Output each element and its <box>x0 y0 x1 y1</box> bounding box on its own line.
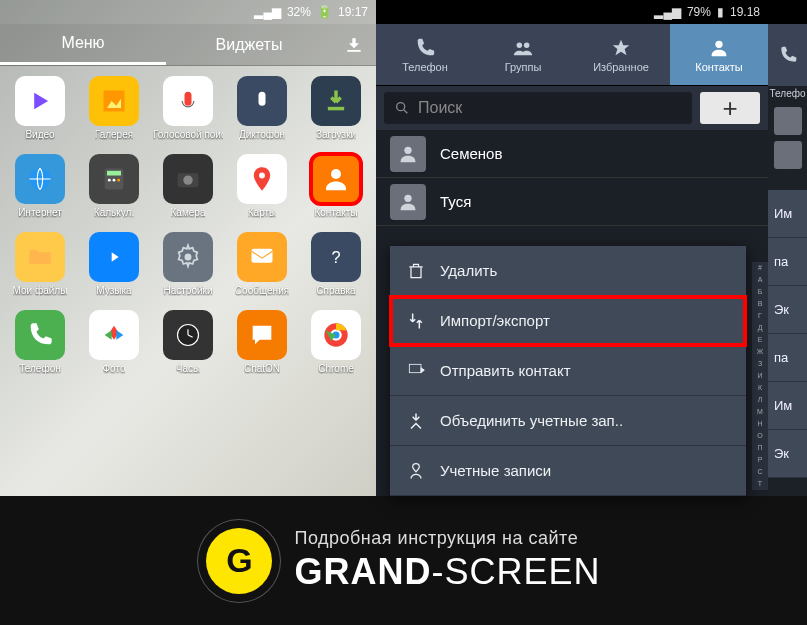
footer-tagline: Подробная инструкция на сайте <box>294 528 600 549</box>
menu-accounts[interactable]: Учетные записи <box>390 446 746 496</box>
tab-contacts[interactable]: Контакты <box>670 24 768 85</box>
status-bar: ▂▄▆ 79% ▮ 19.18 <box>376 0 768 24</box>
messages-icon <box>237 232 287 282</box>
app-help-icon[interactable]: ?Справка <box>300 232 372 296</box>
contacts-icon <box>311 154 361 204</box>
photos-icon <box>89 310 139 360</box>
contact-name: Туся <box>440 193 471 210</box>
app-chaton-icon[interactable]: ChatON <box>226 310 298 374</box>
settings-icon <box>163 232 213 282</box>
app-phone-icon[interactable]: Телефон <box>4 310 76 374</box>
svg-point-30 <box>524 42 530 48</box>
maps-icon <box>237 154 287 204</box>
battery-icon: ▮ <box>717 5 724 19</box>
battery-icon: 🔋 <box>317 5 332 19</box>
app-label: Карты <box>248 207 277 218</box>
menu-import-export[interactable]: Импорт/экспорт <box>390 296 746 346</box>
signal-icon: ▂▄▆ <box>254 5 281 19</box>
app-label: Галерея <box>95 129 133 140</box>
app-photos-icon[interactable]: Фото <box>78 310 150 374</box>
app-maps-icon[interactable]: Карты <box>226 154 298 218</box>
svg-rect-5 <box>328 107 344 111</box>
alphabet-index[interactable]: #АБВГДЕЖЗИКЛМНОПРСТ <box>752 262 768 490</box>
contact-name: Семенов <box>440 145 502 162</box>
menu-merge-accounts[interactable]: Объединить учетные зап.. <box>390 396 746 446</box>
app-label: Интернет <box>18 207 62 218</box>
menu-item-partial[interactable]: па <box>768 238 807 286</box>
tab-favorites[interactable]: Избранное <box>572 24 670 85</box>
signal-icon: ▂▄▆ <box>654 5 681 19</box>
tab-phone-partial[interactable]: Телефо <box>768 86 807 101</box>
search-input[interactable]: Поиск <box>384 92 692 124</box>
app-recorder-icon[interactable]: Диктофон <box>226 76 298 140</box>
gallery-icon <box>89 76 139 126</box>
svg-point-9 <box>108 179 111 182</box>
menu-item-partial[interactable]: Им <box>768 190 807 238</box>
app-label: Телефон <box>19 363 60 374</box>
tab-groups[interactable]: Группы <box>474 24 572 85</box>
clock-icon <box>163 310 213 360</box>
tab-widgets[interactable]: Виджеты <box>166 24 332 65</box>
avatar <box>774 107 802 135</box>
app-label: Музыка <box>96 285 131 296</box>
tab-menu[interactable]: Меню <box>0 24 166 65</box>
app-gallery-icon[interactable]: Галерея <box>78 76 150 140</box>
phone-app-drawer: ▂▄▆ 32% 🔋 19:17 Меню Виджеты ВидеоГалере… <box>0 0 376 496</box>
svg-point-14 <box>259 173 265 179</box>
clock: 19:17 <box>338 5 368 19</box>
avatar <box>390 184 426 220</box>
app-label: Сообщения <box>235 285 289 296</box>
phone-contacts: ▂▄▆ 79% ▮ 19.18 ТелефонГруппыИзбранноеКо… <box>376 0 768 496</box>
svg-rect-3 <box>185 92 192 106</box>
app-label: ChatON <box>244 363 280 374</box>
downloads-icon <box>311 76 361 126</box>
app-calculator-icon[interactable]: Калькул. <box>78 154 150 218</box>
status-bar: ▂▄▆ 32% 🔋 19:17 <box>0 0 376 24</box>
app-label: Диктофон <box>239 129 285 140</box>
tab-phone[interactable]: Телефон <box>376 24 474 85</box>
app-video-icon[interactable]: Видео <box>4 76 76 140</box>
svg-point-11 <box>117 179 120 182</box>
app-label: Мои файлы <box>13 285 68 296</box>
app-chrome-icon[interactable]: Chrome <box>300 310 372 374</box>
menu-item-partial[interactable]: Им <box>768 382 807 430</box>
music-icon <box>89 232 139 282</box>
svg-rect-1 <box>104 91 125 112</box>
app-messages-icon[interactable]: Сообщения <box>226 232 298 296</box>
contact-row[interactable]: Туся <box>376 178 768 226</box>
svg-point-10 <box>113 179 116 182</box>
menu-delete[interactable]: Удалить <box>390 246 746 296</box>
app-voice-search-icon[interactable]: Голосовой поиск <box>152 76 224 140</box>
svg-point-31 <box>715 40 722 47</box>
phone-partial: Телефо ИмпаЭкпаИмЭк <box>768 0 807 496</box>
app-label: Фото <box>103 363 126 374</box>
app-contacts-icon[interactable]: Контакты <box>300 154 372 218</box>
chrome-icon <box>311 310 361 360</box>
app-settings-icon[interactable]: Настройки <box>152 232 224 296</box>
phone-icon <box>15 310 65 360</box>
avatar <box>390 136 426 172</box>
download-button[interactable] <box>332 24 376 65</box>
svg-marker-23 <box>105 330 112 339</box>
app-music-icon[interactable]: Музыка <box>78 232 150 296</box>
add-contact-button[interactable]: + <box>700 92 760 124</box>
app-downloads-icon[interactable]: Загрузки <box>300 76 372 140</box>
menu-item-partial[interactable]: па <box>768 334 807 382</box>
svg-rect-8 <box>107 171 121 176</box>
app-camera-icon[interactable]: Камера <box>152 154 224 218</box>
menu-item-partial[interactable]: Эк <box>768 286 807 334</box>
internet-icon <box>15 154 65 204</box>
contact-row[interactable]: Семенов <box>376 130 768 178</box>
svg-point-34 <box>404 194 411 201</box>
svg-point-29 <box>517 42 523 48</box>
menu-send-contact[interactable]: Отправить контакт <box>390 346 746 396</box>
app-files-icon[interactable]: Мои файлы <box>4 232 76 296</box>
calculator-icon <box>89 154 139 204</box>
app-label: Калькул. <box>94 207 134 218</box>
phone-icon <box>778 45 798 65</box>
files-icon <box>15 232 65 282</box>
app-clock-icon[interactable]: Часы <box>152 310 224 374</box>
menu-item-partial[interactable]: Эк <box>768 430 807 478</box>
app-label: Контакты <box>314 207 357 218</box>
app-internet-icon[interactable]: Интернет <box>4 154 76 218</box>
